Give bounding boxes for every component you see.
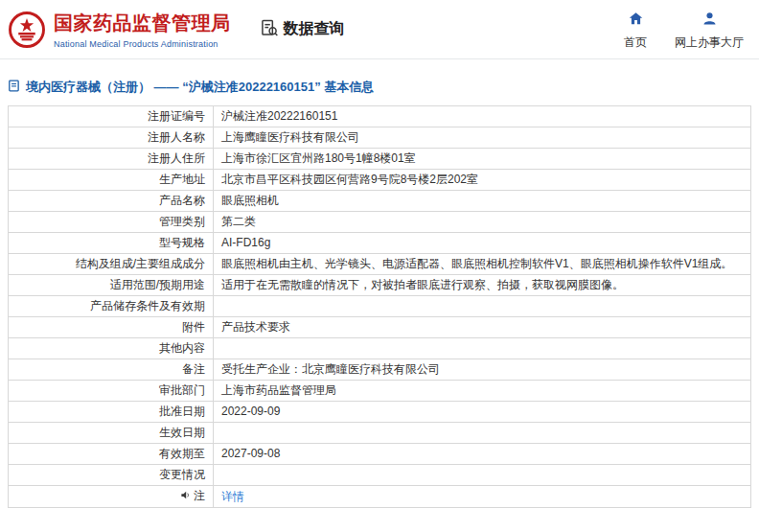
table-row: 结构及组成/主要组成成分 眼底照相机由主机、光学镜头、电源适配器、眼底照相机控制…: [9, 254, 751, 275]
note-icon: [180, 490, 191, 504]
row-value: 受托生产企业：北京鹰瞳医疗科技有限公司: [214, 359, 751, 381]
row-value: 第二类: [214, 212, 751, 233]
row-label-note: 注: [9, 486, 214, 508]
table-row: 生效日期: [9, 423, 751, 444]
row-value: 眼底照相机由主机、光学镜头、电源适配器、眼底照相机控制软件V1、眼底照相机操作软…: [214, 254, 751, 275]
document-icon: [8, 80, 20, 95]
row-value: 眼底照相机: [214, 191, 751, 212]
row-value: 2022-09-09: [214, 402, 751, 423]
header-nav: 首页 网上办事大厅: [613, 9, 744, 51]
site-header: 国家药品监督管理局 National Medical Products Admi…: [0, 0, 759, 59]
data-query-section: 数据查询: [260, 18, 345, 41]
info-table: 注册证编号 沪械注准20222160151 注册人名称 上海鹰瞳医疗科技有限公司…: [8, 105, 751, 508]
row-value: 上海鹰瞳医疗科技有限公司: [214, 127, 751, 149]
table-row: 其他内容: [9, 338, 751, 359]
table-row: 有效期至 2027-09-08: [9, 444, 751, 465]
row-label: 产品储存条件及有效期: [9, 296, 214, 317]
table-row: 批准日期 2022-09-09: [9, 402, 751, 423]
row-label: 备注: [9, 359, 214, 381]
org-name-cn: 国家药品监督管理局: [54, 11, 231, 36]
row-label: 管理类别: [9, 212, 214, 233]
table-row: 备注 受托生产企业：北京鹰瞳医疗科技有限公司: [9, 359, 751, 381]
row-label: 变更情况: [9, 465, 214, 486]
note-label: 注: [194, 489, 205, 502]
data-query-title: 数据查询: [284, 19, 345, 39]
row-value: 北京市昌平区科技园区何营路9号院8号楼2层202室: [214, 170, 751, 191]
table-row: 生产地址 北京市昌平区科技园区何营路9号院8号楼2层202室: [9, 170, 751, 191]
row-value: 2027-09-08: [214, 444, 751, 465]
row-label: 其他内容: [9, 338, 214, 359]
nav-service-hall[interactable]: 网上办事大厅: [675, 11, 744, 51]
row-label: 型号规格: [9, 233, 214, 254]
row-value: [214, 423, 751, 444]
row-label: 生产地址: [9, 170, 214, 191]
table-row: 注册人名称 上海鹰瞳医疗科技有限公司: [9, 127, 751, 149]
home-icon: [628, 11, 644, 31]
table-row: 适用范围/预期用途 适用于在无需散瞳的情况下，对被拍者眼底进行观察、拍摄，获取视…: [9, 275, 751, 296]
row-label: 注册人名称: [9, 127, 214, 149]
national-emblem-logo: [8, 11, 46, 49]
nav-home[interactable]: 首页: [613, 11, 657, 51]
row-label: 有效期至: [9, 444, 214, 465]
breadcrumb-text: 境内医疗器械（注册） —— “沪械注准20222160151” 基本信息: [26, 79, 374, 96]
row-value: 产品技术要求: [214, 317, 751, 338]
row-label: 生效日期: [9, 423, 214, 444]
org-name-en: National Medical Products Administration: [54, 39, 231, 49]
detail-link[interactable]: 详情: [221, 490, 244, 503]
row-label: 产品名称: [9, 191, 214, 212]
row-value: 适用于在无需散瞳的情况下，对被拍者眼底进行观察、拍摄，获取视网膜图像。: [214, 275, 751, 296]
data-query-icon: [260, 18, 279, 41]
table-row: 型号规格 AI-FD16g: [9, 233, 751, 254]
nav-home-label: 首页: [624, 35, 647, 51]
row-value: [214, 296, 751, 317]
table-row: 变更情况: [9, 465, 751, 486]
table-row: 审批部门 上海市药品监督管理局: [9, 381, 751, 402]
table-row: 注 详情: [9, 486, 751, 508]
main-content: 境内医疗器械（注册） —— “沪械注准20222160151” 基本信息 注册证…: [0, 79, 759, 508]
row-label: 审批部门: [9, 381, 214, 402]
row-value: [214, 465, 751, 486]
table-row: 注册人住所 上海市徐汇区宜州路180号1幢8楼01室: [9, 149, 751, 170]
nav-service-hall-label: 网上办事大厅: [675, 35, 744, 51]
row-label: 结构及组成/主要组成成分: [9, 254, 214, 275]
row-value: 上海市徐汇区宜州路180号1幢8楼01室: [214, 149, 751, 170]
row-label: 批准日期: [9, 402, 214, 423]
table-row: 管理类别 第二类: [9, 212, 751, 233]
table-row: 附件 产品技术要求: [9, 317, 751, 338]
row-label: 附件: [9, 317, 214, 338]
breadcrumb: 境内医疗器械（注册） —— “沪械注准20222160151” 基本信息: [8, 79, 751, 96]
row-label: 注册证编号: [9, 106, 214, 127]
row-label: 注册人住所: [9, 149, 214, 170]
table-row: 注册证编号 沪械注准20222160151: [9, 106, 751, 127]
row-value: AI-FD16g: [214, 233, 751, 254]
table-row: 产品名称 眼底照相机: [9, 191, 751, 212]
user-icon: [702, 11, 718, 31]
org-title-block: 国家药品监督管理局 National Medical Products Admi…: [54, 11, 231, 49]
row-label: 适用范围/预期用途: [9, 275, 214, 296]
row-value: 沪械注准20222160151: [214, 106, 751, 127]
row-value: 上海市药品监督管理局: [214, 381, 751, 402]
row-value: 详情: [214, 486, 751, 508]
table-row: 产品储存条件及有效期: [9, 296, 751, 317]
row-value: [214, 338, 751, 359]
